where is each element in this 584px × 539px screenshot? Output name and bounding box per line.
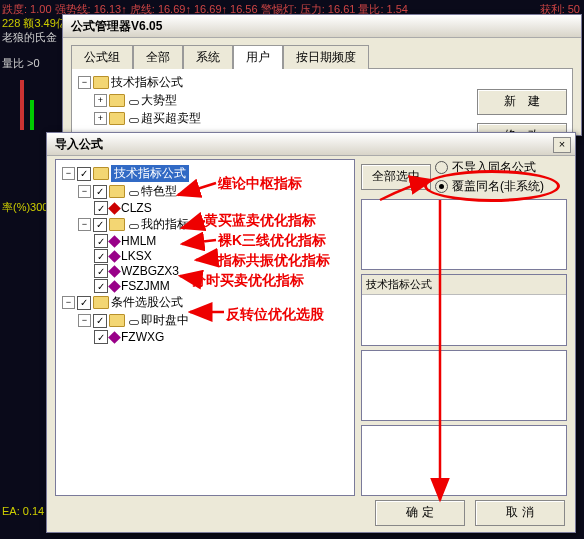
tree-label[interactable]: 技术指标公式 <box>111 74 183 91</box>
bg-text: 228 额3.49亿 <box>2 16 67 31</box>
checkbox[interactable] <box>94 234 108 248</box>
window-title: 公式管理器V6.05 <box>63 15 581 38</box>
folder-icon <box>109 218 125 231</box>
link-icon <box>127 317 139 325</box>
folder-icon <box>109 112 125 125</box>
link-icon <box>127 188 139 196</box>
tree-label[interactable]: 条件选股公式 <box>111 294 183 311</box>
checkbox[interactable] <box>77 296 91 310</box>
collapse-icon[interactable]: − <box>62 296 75 309</box>
candle <box>30 100 34 130</box>
ok-button[interactable]: 确 定 <box>375 500 465 526</box>
folder-icon <box>93 76 109 89</box>
tab-bar: 公式组 全部 系统 用户 按日期频度 <box>71 44 581 68</box>
folder-icon <box>93 167 109 180</box>
checkbox[interactable] <box>93 218 107 232</box>
tab-all[interactable]: 全部 <box>133 45 183 69</box>
bg-text: 老狼的氏金 <box>2 30 57 45</box>
radio-skip-same[interactable] <box>435 161 448 174</box>
checkbox[interactable] <box>94 330 108 344</box>
import-tree[interactable]: −技术指标公式 −特色型 CLZS −我的指标 HMLM LKSX WZBGZX… <box>60 165 350 344</box>
link-icon <box>127 115 139 123</box>
tree-leaf[interactable]: CLZS <box>121 201 152 215</box>
expand-icon[interactable]: − <box>78 76 91 89</box>
diamond-icon <box>108 331 121 344</box>
window-title: 导入公式 <box>47 133 575 156</box>
tab-system[interactable]: 系统 <box>183 45 233 69</box>
tree-label[interactable]: 技术指标公式 <box>111 165 189 182</box>
link-icon <box>127 97 139 105</box>
link-icon <box>127 221 139 229</box>
radio-label[interactable]: 覆盖同名(非系统) <box>452 178 544 195</box>
diamond-icon <box>108 235 121 248</box>
list-header: 技术指标公式 <box>362 275 566 295</box>
diamond-icon <box>108 280 121 293</box>
checkbox[interactable] <box>94 201 108 215</box>
list-box: 技术指标公式 <box>361 274 567 345</box>
tree-label[interactable]: 超买超卖型 <box>141 110 201 127</box>
collapse-icon[interactable]: − <box>78 185 91 198</box>
tab-user[interactable]: 用户 <box>233 45 283 69</box>
tree-label[interactable]: 大势型 <box>141 92 177 109</box>
preview-box <box>361 199 567 270</box>
checkbox[interactable] <box>94 279 108 293</box>
tree-leaf[interactable]: FZWXG <box>121 330 164 344</box>
checkbox[interactable] <box>93 185 107 199</box>
tree-leaf[interactable]: HMLM <box>121 234 156 248</box>
tree-leaf[interactable]: LKSX <box>121 249 152 263</box>
tree-leaf[interactable]: WZBGZX3 <box>121 264 179 278</box>
radio-overwrite[interactable] <box>435 180 448 193</box>
checkbox[interactable] <box>94 264 108 278</box>
diamond-icon <box>108 265 121 278</box>
diamond-icon <box>108 250 121 263</box>
checkbox[interactable] <box>94 249 108 263</box>
dialog-footer: 确 定 取 消 <box>47 500 565 526</box>
tree-leaf[interactable]: FSZJMM <box>121 279 170 293</box>
checkbox[interactable] <box>93 314 107 328</box>
close-icon[interactable]: × <box>553 137 571 153</box>
checkbox[interactable] <box>77 167 91 181</box>
tree-label[interactable]: 特色型 <box>141 183 177 200</box>
formula-manager-window: 公式管理器V6.05 公式组 全部 系统 用户 按日期频度 −技术指标公式 +大… <box>62 14 582 136</box>
tab-by-date[interactable]: 按日期频度 <box>283 45 369 69</box>
tab-formula-group[interactable]: 公式组 <box>71 45 133 69</box>
new-button[interactable]: 新 建 <box>477 89 567 115</box>
import-formula-window: 导入公式 × −技术指标公式 −特色型 CLZS −我的指标 HMLM LKS <box>46 132 576 533</box>
tree-label[interactable]: 即时盘中 <box>141 312 189 329</box>
candle <box>20 80 24 130</box>
expand-icon[interactable]: + <box>94 112 107 125</box>
expand-icon[interactable]: + <box>94 94 107 107</box>
tree-label[interactable]: 我的指标 <box>141 216 189 233</box>
info-box-1 <box>361 350 567 421</box>
select-all-button[interactable]: 全部选中 <box>361 164 431 190</box>
bg-text: EA: 0.14 <box>2 505 44 517</box>
diamond-icon <box>108 202 121 215</box>
info-box-2 <box>361 425 567 496</box>
import-tree-panel: −技术指标公式 −特色型 CLZS −我的指标 HMLM LKSX WZBGZX… <box>55 159 355 496</box>
collapse-icon[interactable]: − <box>78 218 91 231</box>
folder-icon <box>109 94 125 107</box>
folder-icon <box>109 185 125 198</box>
bg-text: 量比 >0 <box>2 56 40 71</box>
cancel-button[interactable]: 取 消 <box>475 500 565 526</box>
folder-icon <box>109 314 125 327</box>
collapse-icon[interactable]: − <box>62 167 75 180</box>
collapse-icon[interactable]: − <box>78 314 91 327</box>
right-column: 全部选中 不导入同名公式 覆盖同名(非系统) 技术指标公式 <box>361 159 567 496</box>
bg-text: 率(%)300 <box>2 200 48 215</box>
folder-icon <box>93 296 109 309</box>
radio-label[interactable]: 不导入同名公式 <box>452 159 536 176</box>
